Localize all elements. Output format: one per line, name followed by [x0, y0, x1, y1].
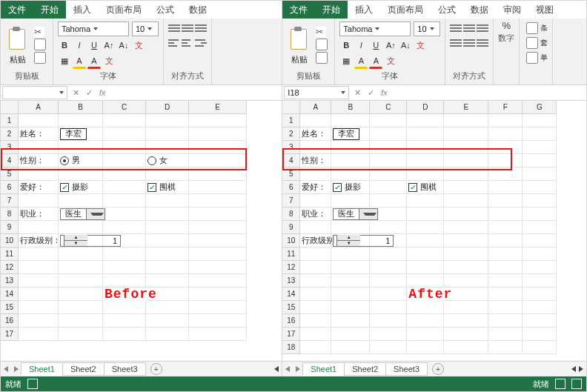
cell[interactable]	[444, 341, 488, 354]
sheet-tab[interactable]: Sheet2	[344, 362, 386, 376]
cell[interactable]	[488, 301, 523, 314]
cell[interactable]: 男	[59, 154, 103, 167]
cell[interactable]	[19, 167, 59, 181]
row-header[interactable]: 15	[282, 301, 300, 314]
cell[interactable]	[331, 167, 370, 181]
cell[interactable]	[103, 141, 146, 154]
cell[interactable]	[523, 274, 557, 288]
radio-female[interactable]: 女	[147, 155, 168, 166]
row-header[interactable]: 1	[1, 114, 19, 127]
row-header[interactable]: 4	[1, 154, 19, 167]
col-header[interactable]: A	[300, 101, 331, 114]
scroll-left-icon[interactable]	[571, 366, 576, 372]
cell[interactable]	[370, 328, 407, 341]
row-header[interactable]: 15	[1, 301, 19, 314]
cell[interactable]	[189, 301, 247, 314]
cell[interactable]	[407, 141, 444, 154]
cell[interactable]	[146, 234, 189, 248]
cell[interactable]	[300, 341, 331, 354]
row-header[interactable]: 13	[282, 274, 300, 288]
select-all-corner[interactable]	[1, 101, 19, 114]
cell[interactable]	[488, 114, 523, 127]
cell[interactable]	[146, 288, 189, 301]
cell[interactable]	[407, 127, 444, 141]
cell[interactable]	[103, 328, 146, 341]
cell[interactable]	[407, 314, 444, 328]
cell[interactable]	[370, 127, 407, 141]
cell[interactable]	[407, 261, 444, 274]
col-header[interactable]: D	[407, 101, 444, 114]
cell[interactable]	[488, 274, 523, 288]
format-painter-icon[interactable]	[34, 52, 46, 64]
row-header[interactable]: 10	[282, 234, 300, 248]
cell[interactable]	[444, 141, 488, 154]
cell[interactable]	[300, 301, 331, 314]
row-header[interactable]: 6	[282, 181, 300, 194]
align-left-icon[interactable]	[168, 36, 180, 50]
cell[interactable]	[444, 328, 488, 341]
cell[interactable]	[523, 207, 557, 221]
cell[interactable]	[523, 181, 557, 194]
new-sheet-button[interactable]: +	[432, 363, 444, 375]
cell[interactable]	[59, 301, 103, 314]
fill-color-button[interactable]: A	[354, 54, 368, 69]
phonetic-button[interactable]	[414, 39, 427, 52]
col-header[interactable]: C	[103, 101, 146, 114]
cell[interactable]	[331, 288, 370, 301]
cell[interactable]	[59, 194, 103, 207]
check-photo[interactable]: 摄影	[333, 182, 361, 193]
cell[interactable]	[523, 341, 557, 354]
select-all-corner[interactable]	[282, 101, 300, 114]
cell[interactable]	[444, 167, 488, 181]
row-header[interactable]: 10	[1, 234, 19, 248]
cell[interactable]	[488, 341, 523, 354]
cell[interactable]	[370, 301, 407, 314]
cell[interactable]	[523, 288, 557, 301]
cell[interactable]: 摄影	[331, 181, 370, 194]
cell[interactable]	[488, 181, 523, 194]
align-center-icon[interactable]	[463, 36, 475, 50]
cell-name-value[interactable]: 李宏	[59, 127, 103, 141]
cell[interactable]	[146, 127, 189, 141]
cell-hobby-label[interactable]: 爱好：	[300, 181, 331, 194]
underline-button[interactable]: U	[87, 39, 101, 52]
font-color-button[interactable]: A	[369, 54, 382, 69]
sheet-tab[interactable]: Sheet2	[62, 362, 105, 376]
cell[interactable]	[331, 194, 370, 207]
cell[interactable]	[146, 141, 189, 154]
cell[interactable]	[331, 341, 370, 354]
cell[interactable]	[19, 194, 59, 207]
cell[interactable]	[523, 314, 557, 328]
cell[interactable]	[331, 301, 370, 314]
cell[interactable]	[146, 301, 189, 314]
new-sheet-button[interactable]: +	[150, 363, 162, 375]
cell[interactable]	[189, 314, 247, 328]
cell[interactable]	[146, 114, 189, 127]
cell[interactable]	[407, 301, 444, 314]
cell-rank-label[interactable]: 行政级别：	[19, 234, 59, 248]
font-color-button[interactable]: A	[87, 54, 101, 69]
cell[interactable]	[189, 181, 247, 194]
cell[interactable]	[103, 167, 146, 181]
cell[interactable]	[523, 234, 557, 248]
cell[interactable]	[370, 274, 407, 288]
cell[interactable]	[300, 114, 331, 127]
cell[interactable]	[444, 221, 488, 234]
cell[interactable]	[19, 328, 59, 341]
tab-home[interactable]: 开始	[33, 1, 66, 19]
row-header[interactable]: 11	[282, 248, 300, 261]
number-format-icon[interactable]: %	[503, 20, 511, 31]
cell[interactable]	[488, 234, 523, 248]
cell[interactable]	[19, 301, 59, 314]
cell[interactable]	[444, 261, 488, 274]
underline-button[interactable]: U	[369, 39, 382, 52]
cell[interactable]	[59, 141, 103, 154]
cell[interactable]	[300, 328, 331, 341]
cell[interactable]	[488, 248, 523, 261]
cell[interactable]	[103, 181, 146, 194]
cell[interactable]	[300, 167, 331, 181]
cell[interactable]	[331, 314, 370, 328]
tab-insert[interactable]: 插入	[348, 1, 380, 19]
bold-button[interactable]: B	[58, 39, 71, 52]
cell[interactable]	[444, 274, 488, 288]
